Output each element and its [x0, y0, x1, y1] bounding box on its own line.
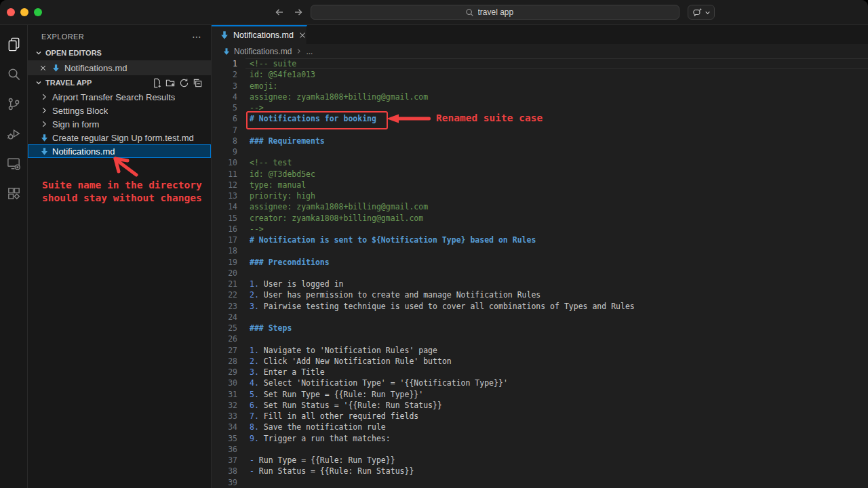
title-bar	[0, 0, 868, 25]
source-control-icon[interactable]	[0, 89, 27, 119]
markdown-file-icon	[222, 47, 231, 56]
run-and-debug-icon[interactable]	[0, 119, 27, 148]
line-number: 22	[212, 289, 250, 300]
line-number: 30	[212, 378, 250, 388]
tab-bar: Notifications.md	[212, 25, 868, 44]
copilot-chat-icon	[692, 7, 703, 18]
tree-item-label: Notifications.md	[52, 146, 115, 157]
explorer-view-icon[interactable]	[0, 29, 27, 59]
breadcrumb[interactable]: Notifications.md ...	[212, 44, 868, 58]
code-line: 1<!-- suite	[212, 58, 868, 69]
refresh-icon[interactable]	[179, 78, 189, 88]
explorer-sidebar: EXPLORER ⋯ OPEN EDITORS Notifications.md	[28, 25, 212, 488]
tree-item[interactable]: Sign in form	[28, 117, 211, 131]
line-number: 32	[212, 400, 250, 411]
line-number: 11	[212, 169, 250, 180]
search-input[interactable]	[478, 7, 526, 17]
code-line: 6# Notifications for bookingRenamed suit…	[212, 113, 868, 124]
tree-item[interactable]: Airport Transfer Search Results	[28, 90, 211, 104]
chevron-right-icon	[39, 106, 50, 115]
line-number: 31	[212, 389, 250, 400]
markdown-file-icon	[220, 30, 229, 40]
close-tab-icon[interactable]	[298, 30, 307, 40]
code-line: 233. Pairwise testing technique is used …	[212, 301, 868, 312]
history-forward-icon[interactable]	[293, 7, 304, 18]
line-number: 1	[212, 58, 250, 69]
line-number: 16	[212, 224, 250, 235]
code-line: 37- Run Type = {{Rule: Run Type}}	[212, 455, 868, 466]
zoom-window-button[interactable]	[34, 8, 42, 16]
line-number: 27	[212, 345, 250, 356]
line-number: 25	[212, 323, 250, 333]
history-back-icon[interactable]	[274, 7, 285, 18]
code-line: 13priority: high	[212, 190, 868, 201]
line-number: 28	[212, 356, 250, 367]
workspace-header[interactable]: TRAVEL APP	[28, 75, 211, 90]
markdown-file-icon	[52, 64, 60, 73]
markdown-file-icon	[39, 134, 50, 142]
code-line: 304. Select 'Notification Type' = '{{Not…	[212, 378, 868, 388]
code-line: 14assignee: zyamka1808+billing@gmail.com	[212, 201, 868, 212]
code-line: 9	[212, 146, 868, 157]
code-line: 293. Enter a Title	[212, 367, 868, 378]
new-folder-icon[interactable]	[165, 78, 176, 88]
line-number: 7	[212, 125, 250, 136]
vscode-window: EXPLORER ⋯ OPEN EDITORS Notifications.md	[0, 0, 868, 488]
open-editor-item[interactable]: Notifications.md	[28, 60, 211, 75]
new-file-icon[interactable]	[152, 78, 162, 88]
code-line: 359. Trigger a run that matches:	[212, 433, 868, 444]
code-line: 326. Set Run Status = '{{Rule: Run Statu…	[212, 400, 868, 411]
tree-item[interactable]: Create regular Sign Up form.test.md	[28, 131, 211, 144]
line-number: 15	[212, 213, 250, 224]
code-line: 26	[212, 333, 868, 344]
line-number: 10	[212, 157, 250, 168]
code-line: 7	[212, 125, 868, 136]
code-line: 36	[212, 444, 868, 455]
breadcrumb-file[interactable]: Notifications.md	[234, 47, 292, 56]
code-line: 3emoji:	[212, 81, 868, 92]
breadcrumb-more[interactable]: ...	[306, 47, 313, 56]
line-number: 4	[212, 92, 250, 102]
chevron-down-icon	[33, 47, 44, 58]
line-number: 24	[212, 312, 250, 323]
workspace-label: TRAVEL APP	[45, 79, 92, 87]
open-editors-header[interactable]: OPEN EDITORS	[28, 45, 211, 60]
code-line: 2id: @S4fe1a013	[212, 69, 868, 80]
code-line: 5-->	[212, 102, 868, 113]
code-line: 16-->	[212, 224, 868, 235]
line-number: 5	[212, 102, 250, 113]
search-view-icon[interactable]	[0, 59, 27, 89]
chevron-down-icon	[705, 9, 711, 16]
line-number: 26	[212, 333, 250, 344]
line-number: 20	[212, 268, 250, 279]
close-icon[interactable]	[39, 64, 47, 73]
line-number: 8	[212, 136, 250, 146]
chevron-right-icon	[39, 119, 50, 129]
code-line: 17# Notification is sent to ${Notificati…	[212, 235, 868, 245]
tree-item[interactable]: Notifications.md	[28, 144, 211, 158]
code-line: 211. User is logged in	[212, 279, 868, 289]
command-center-search[interactable]	[311, 5, 679, 20]
tab-notifications-md[interactable]: Notifications.md	[212, 25, 307, 44]
activity-bar	[0, 25, 28, 488]
more-actions-icon[interactable]: ⋯	[192, 33, 201, 40]
code-line: 11id: @T3debd5ec	[212, 169, 868, 180]
copilot-button[interactable]	[688, 5, 715, 20]
sidebar-title: EXPLORER	[41, 33, 192, 41]
code-line: 20	[212, 268, 868, 279]
close-window-button[interactable]	[7, 8, 15, 16]
annotation-note-line1: Suite name in the directory	[42, 179, 202, 192]
extensions-icon[interactable]	[0, 178, 27, 208]
annotation-renamed-label: Renamed suite case	[436, 113, 542, 123]
line-number: 21	[212, 279, 250, 289]
minimize-window-button[interactable]	[20, 8, 28, 16]
code-line: 38- Run Status = {{Rule: Run Status}}	[212, 466, 868, 476]
code-area[interactable]: 1<!-- suite2id: @S4fe1a0133emoji:4assign…	[212, 58, 868, 488]
remote-explorer-icon[interactable]	[0, 148, 27, 178]
tree-item[interactable]: Settings Block	[28, 104, 211, 117]
code-line: 10<!-- test	[212, 157, 868, 168]
markdown-file-icon	[39, 147, 50, 156]
current-line-highlight	[245, 58, 868, 69]
collapse-all-icon[interactable]	[193, 78, 203, 88]
line-number: 36	[212, 444, 250, 455]
